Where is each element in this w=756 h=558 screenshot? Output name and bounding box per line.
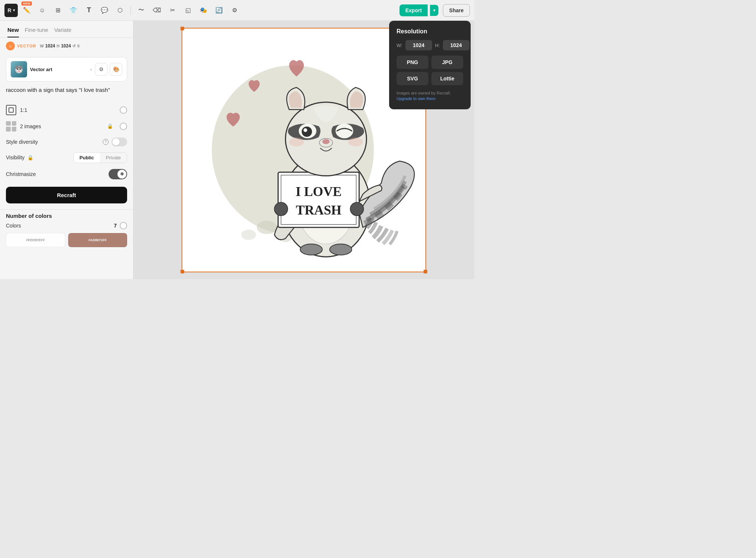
visibility-row: Visibility 🔒 Public Private [0, 149, 133, 166]
color-swatch-1[interactable]: #AD8071FF [68, 233, 127, 247]
format-png-btn[interactable]: PNG [397, 56, 428, 69]
visibility-public-btn[interactable]: Public [74, 153, 100, 163]
tab-new[interactable]: New [7, 27, 19, 37]
img-dot-4 [12, 127, 17, 132]
help-icon: ? [103, 139, 109, 145]
style-palette-btn[interactable]: 🎨 [110, 63, 122, 76]
eraser-tool-btn[interactable]: ⌫ [150, 4, 163, 17]
share-button[interactable]: Share [443, 4, 470, 17]
svg-point-16 [330, 244, 352, 255]
svg-point-27 [335, 123, 353, 138]
res-format-grid: PNG JPG SVG Lottie [397, 56, 463, 85]
images-count-label: 2 images [20, 123, 103, 129]
grid-tool-btn[interactable]: ⊞ [51, 4, 64, 17]
svg-point-15 [300, 244, 322, 255]
transform-tool-btn[interactable]: 🔄 [212, 4, 226, 17]
style-thumb-svg [13, 64, 24, 75]
handle-br[interactable] [424, 270, 427, 273]
height-value: 1024 [61, 43, 71, 49]
draw-tool-btn[interactable]: ✏️ [20, 4, 33, 17]
diversity-toggle-knob [112, 138, 120, 146]
svg-point-28 [302, 126, 312, 137]
vector-header: ☺ VECTOR W 1024 H 1024 ↺ 0 [0, 38, 133, 54]
colors-radio[interactable] [120, 222, 127, 229]
scissors-tool-btn[interactable]: ✂ [166, 4, 179, 17]
res-height-label: H: [435, 43, 440, 48]
aspect-svg [9, 107, 14, 113]
style-tool-btn[interactable]: 🎭 [197, 4, 210, 17]
aspect-label: 1:1 [20, 107, 116, 113]
img-dot-3 [6, 127, 11, 132]
img-dot-1 [6, 121, 11, 126]
logo-button[interactable]: R ▾ [4, 4, 18, 17]
colors-count-row: Colors 7 [6, 222, 127, 229]
style-diversity-row: Style diversity ? [0, 134, 133, 149]
handle-bl[interactable] [180, 270, 184, 273]
style-settings-btn[interactable]: ⚙ [95, 63, 107, 76]
vector-dims: W 1024 H 1024 ↺ 0 [40, 43, 80, 49]
svg-point-5 [19, 69, 21, 70]
colors-section: Number of colors Colors 7 #FEFEFEFF #AD8… [0, 209, 133, 250]
format-svg-btn[interactable]: SVG [397, 72, 428, 85]
images-row: 2 images 🔒 [0, 118, 133, 134]
tab-finetune[interactable]: Fine-tune [25, 27, 48, 37]
toolbar-sep-1 [130, 6, 131, 15]
extra-tool-btn[interactable]: ⚙ [228, 4, 241, 17]
svg-point-29 [304, 128, 307, 132]
svg-point-33 [289, 137, 304, 146]
style-arrow-icon: › [90, 66, 92, 72]
text-tool-btn[interactable]: T [82, 4, 96, 17]
prompt-text: raccoon with a sign that says "I love tr… [0, 84, 133, 97]
curve-tool-btn[interactable]: 〜 [135, 4, 148, 17]
logo-letter: R [7, 7, 11, 13]
recraft-button[interactable]: Recraft [6, 187, 127, 203]
diversity-toggle[interactable] [112, 137, 127, 146]
format-jpg-btn[interactable]: JPG [431, 56, 463, 69]
vector-icon: ☺ [6, 41, 15, 50]
upgrade-link[interactable]: Upgrade to own them [397, 96, 435, 101]
toolbar: R ▾ ✏️ NEW ☺ ⊞ 👕 T 💬 ⬡ 〜 ⌫ ✂ ◱ 🎭 🔄 ⚙ Exp… [0, 0, 474, 21]
layers-tool-btn[interactable]: ◱ [181, 4, 195, 17]
shape-tool-btn[interactable]: ⬡ [113, 4, 127, 17]
christmasize-toggle[interactable]: ❄ [109, 169, 127, 179]
visibility-private-btn[interactable]: Private [100, 153, 127, 163]
swatch-label-1: #AD8071FF [89, 238, 107, 242]
res-width-input[interactable] [405, 40, 432, 50]
style-name: Vector art [30, 67, 87, 72]
face-tool-btn[interactable]: ☺ [36, 4, 49, 17]
format-lottie-btn[interactable]: Lottie [431, 72, 463, 85]
height-label: H [57, 44, 60, 48]
style-card[interactable]: Vector art › ⚙ 🎨 [6, 57, 127, 82]
width-label: W [40, 44, 44, 48]
images-radio[interactable] [120, 123, 127, 130]
res-note-text: Images are owned by Recraft. [397, 91, 451, 95]
new-badge: NEW [21, 1, 32, 6]
resolution-popup: Resolution W: H: PNG JPG SVG Lottie Imag… [389, 21, 471, 109]
rotation-value: 0 [77, 44, 79, 48]
colors-count-label: Colors [6, 223, 114, 229]
color-swatch-0[interactable]: #FEFEFEFF [6, 233, 65, 247]
export-dropdown-button[interactable]: ▾ [430, 5, 438, 16]
color-swatches: #FEFEFEFF #AD8071FF [6, 233, 127, 247]
svg-text:I LOVE: I LOVE [296, 184, 342, 199]
aspect-radio[interactable] [120, 106, 127, 114]
handle-tl[interactable] [180, 27, 184, 30]
svg-point-10 [257, 220, 278, 234]
tab-variate[interactable]: Variate [54, 27, 71, 37]
swatch-label-0: #FEFEFEFF [26, 238, 45, 242]
width-value: 1024 [45, 43, 55, 49]
draw-tool-wrapper: ✏️ NEW [20, 4, 33, 17]
export-button[interactable]: Export [399, 4, 428, 16]
christmasize-knob: ❄ [117, 170, 126, 179]
christmasize-row: Christmasize ❄ [0, 166, 133, 182]
images-count-dots [6, 121, 16, 132]
christmasize-label: Christmasize [6, 171, 109, 177]
tabs: New Fine-tune Variate [0, 21, 133, 38]
svg-point-34 [348, 137, 363, 146]
svg-point-32 [322, 139, 330, 144]
aspect-ratio-row: 1:1 [0, 102, 133, 118]
section-gap-1 [0, 97, 133, 102]
res-height-input[interactable] [443, 40, 470, 50]
shirt-tool-btn[interactable]: 👕 [67, 4, 80, 17]
chat-tool-btn[interactable]: 💬 [98, 4, 111, 17]
